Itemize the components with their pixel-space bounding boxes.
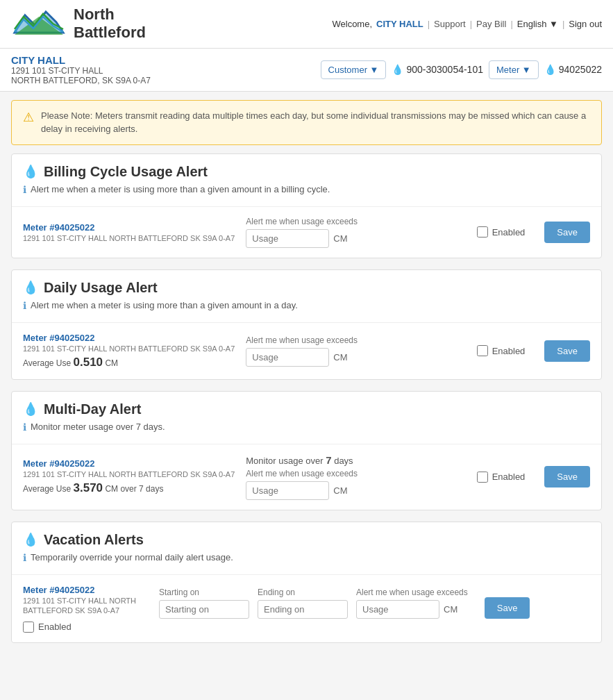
language-selector[interactable]: English ▼ <box>517 19 558 29</box>
multiday-header: 💧 Multi-Day Alert ℹ Monitor meter usage … <box>12 392 601 444</box>
multiday-enabled-checkbox[interactable] <box>477 472 488 483</box>
daily-enabled-checkbox[interactable] <box>477 345 488 356</box>
multiday-desc: ℹ Monitor meter usage over 7 days. <box>23 422 590 440</box>
multiday-meter-info: Meter #94025022 1291 101 ST-CITY HALL NO… <box>23 458 235 495</box>
alert-text: Please Note: Meters transmit reading dat… <box>41 109 590 136</box>
multiday-usage-label: Alert me when usage exceeds <box>246 469 465 478</box>
daily-usage-unit: CM <box>333 352 347 362</box>
meter-navigation: Customer ▼ 💧 900-3030054-101 Meter ▼ 💧 9… <box>321 60 602 79</box>
daily-usage-title: 💧 Daily Usage Alert <box>23 280 590 296</box>
daily-usage-input[interactable] <box>246 348 329 367</box>
phone-number: 💧 900-3030054-101 <box>392 64 483 75</box>
multiday-meter-avg: Average Use 3.570 CM over 7 days <box>23 481 235 495</box>
multiday-meter-address: 1291 101 ST-CITY HALL NORTH BATTLEFORD S… <box>23 470 235 478</box>
water-drop-icon: 💧 <box>392 64 403 75</box>
customer-dropdown[interactable]: Customer ▼ <box>321 60 387 79</box>
billing-cycle-title: 💧 Billing Cycle Usage Alert <box>23 164 590 180</box>
vacation-meter-row: Meter #94025022 1291 101 ST-CITY HALL NO… <box>12 575 601 642</box>
logo-icon <box>11 8 67 40</box>
billing-usage-input-row: CM <box>246 229 465 248</box>
water-drop-billing: 💧 <box>23 164 38 179</box>
logo-text: North Battleford <box>74 6 146 42</box>
daily-usage-label: Alert me when usage exceeds <box>246 335 465 345</box>
multiday-avg-value: 3.570 <box>74 481 103 494</box>
vacation-desc: ℹ Temporarily override your normal daily… <box>23 552 590 570</box>
vacation-header: 💧 Vacation Alerts ℹ Temporarily override… <box>12 522 601 575</box>
water-drop-multiday: 💧 <box>23 401 38 417</box>
billing-usage-input[interactable] <box>246 229 329 248</box>
multiday-monitor-section: Monitor usage over 7 days Alert me when … <box>246 454 465 500</box>
daily-usage-card: 💧 Daily Usage Alert ℹ Alert me when a me… <box>11 269 602 380</box>
ending-on-input[interactable] <box>258 600 348 619</box>
daily-enabled-section: Enabled <box>477 345 526 356</box>
sub-header: CITY HALL 1291 101 ST-CITY HALL NORTH BA… <box>0 49 613 92</box>
billing-usage-section: Alert me when usage exceeds CM <box>246 217 465 248</box>
vacation-fields: Starting on Ending on Alert me when usag… <box>159 585 530 619</box>
billing-cycle-desc: ℹ Alert me when a meter is using more th… <box>23 184 590 202</box>
top-navigation: North Battleford Welcome, CITY HALL | Su… <box>0 0 613 49</box>
alert-banner: ⚠ Please Note: Meters transmit reading d… <box>11 100 602 145</box>
billing-meter-address: 1291 101 ST-CITY HALL NORTH BATTLEFORD S… <box>23 234 235 242</box>
vacation-save-button[interactable]: Save <box>485 597 530 619</box>
multiday-card: 💧 Multi-Day Alert ℹ Monitor meter usage … <box>11 391 602 510</box>
sign-out-link[interactable]: Sign out <box>569 19 602 29</box>
vacation-meter-address-2: BATTLEFORD SK S9A 0-A7 <box>23 606 148 615</box>
pay-bill-link[interactable]: Pay Bill <box>476 19 506 29</box>
multiday-days-value: 7 <box>326 454 331 466</box>
billing-meter-number: Meter #94025022 <box>23 222 235 233</box>
multiday-meter-number: Meter #94025022 <box>23 458 235 469</box>
multiday-enabled-label: Enabled <box>492 472 526 482</box>
multiday-enabled-section: Enabled <box>477 472 526 483</box>
multiday-usage-input[interactable] <box>246 481 329 500</box>
city-hall-title: CITY HALL <box>11 54 151 66</box>
ending-on-section: Ending on <box>258 588 348 619</box>
billing-cycle-card: 💧 Billing Cycle Usage Alert ℹ Alert me w… <box>11 153 602 258</box>
daily-usage-header: 💧 Daily Usage Alert ℹ Alert me when a me… <box>12 270 601 323</box>
billing-meter-info: Meter #94025022 1291 101 ST-CITY HALL NO… <box>23 222 235 242</box>
account-info: CITY HALL 1291 101 ST-CITY HALL NORTH BA… <box>11 54 151 85</box>
support-link[interactable]: Support <box>434 19 466 29</box>
vacation-usage-unit: CM <box>444 604 457 615</box>
daily-meter-avg: Average Use 0.510 CM <box>23 356 235 369</box>
starting-on-label: Starting on <box>159 588 249 597</box>
daily-usage-desc: ℹ Alert me when a meter is using more th… <box>23 300 590 318</box>
daily-save-button[interactable]: Save <box>544 340 590 362</box>
multiday-monitor-label: Monitor usage over 7 days <box>246 454 465 466</box>
meter-label: Meter ▼ <box>496 65 531 75</box>
city-name-link[interactable]: CITY HALL <box>376 19 423 29</box>
vacation-actions: Save <box>476 585 530 619</box>
vacation-title: 💧 Vacation Alerts <box>23 532 590 548</box>
logo-area: North Battleford <box>11 6 146 42</box>
billing-enabled-checkbox[interactable] <box>477 226 488 238</box>
vacation-usage-section: Alert me when usage exceeds CM <box>356 588 468 619</box>
vacation-enabled-row: Enabled <box>23 622 148 633</box>
info-icon-daily: ℹ <box>23 300 26 311</box>
multiday-usage-input-row: CM <box>246 481 465 500</box>
vacation-meter-address-1: 1291 101 ST-CITY HALL NORTH <box>23 597 148 605</box>
multiday-save-button[interactable]: Save <box>544 466 590 488</box>
daily-enabled-label: Enabled <box>492 346 526 356</box>
starting-on-input[interactable] <box>159 600 249 619</box>
water-drop-vacation: 💧 <box>23 532 38 547</box>
billing-save-button[interactable]: Save <box>544 222 590 243</box>
info-icon-billing: ℹ <box>23 184 26 195</box>
welcome-text: Welcome, <box>332 19 372 29</box>
water-drop-icon2: 💧 <box>544 64 556 75</box>
meter-number-display: 💧 94025022 <box>544 64 602 75</box>
info-icon-vacation: ℹ <box>23 552 26 563</box>
billing-usage-label: Alert me when usage exceeds <box>246 217 465 226</box>
starting-on-section: Starting on <box>159 588 249 619</box>
vacation-card: 💧 Vacation Alerts ℹ Temporarily override… <box>11 522 602 643</box>
vacation-enabled-checkbox[interactable] <box>23 622 34 633</box>
billing-cycle-meter-row: Meter #94025022 1291 101 ST-CITY HALL NO… <box>12 207 601 258</box>
meter-dropdown[interactable]: Meter ▼ <box>489 60 539 79</box>
customer-label: Customer ▼ <box>328 65 379 75</box>
daily-avg-value: 0.510 <box>74 356 103 369</box>
ending-on-label: Ending on <box>258 588 348 597</box>
vacation-usage-label: Alert me when usage exceeds <box>356 588 468 597</box>
vacation-enabled-label: Enabled <box>38 622 72 632</box>
vacation-usage-input[interactable] <box>356 600 439 619</box>
multiday-title: 💧 Multi-Day Alert <box>23 401 590 417</box>
address-line1: 1291 101 ST-CITY HALL <box>11 66 151 76</box>
billing-enabled-label: Enabled <box>492 227 526 238</box>
